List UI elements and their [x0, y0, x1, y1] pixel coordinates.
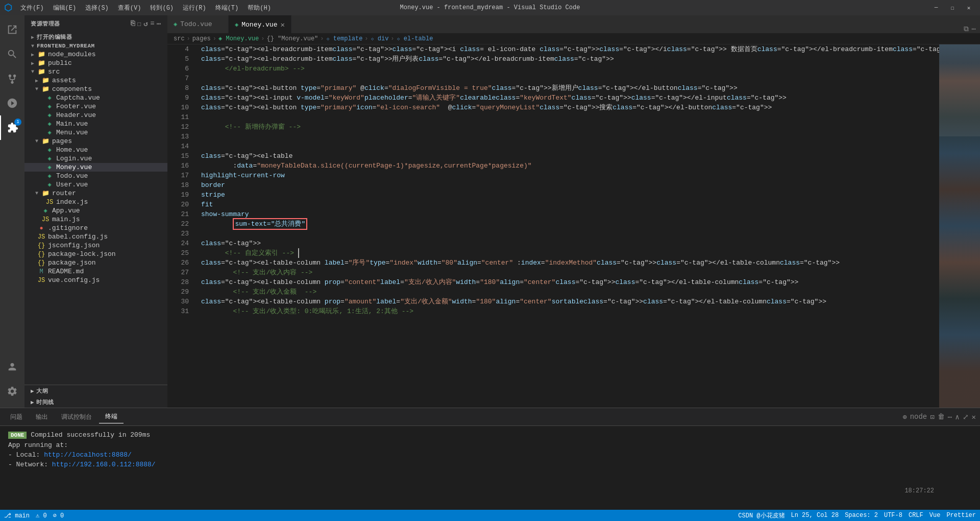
menu-item[interactable]: 选择(S) — [81, 3, 113, 13]
terminal-controls[interactable]: ⊕ node ⊡ 🗑 ⋯ ∧ ⤢ ✕ — [902, 413, 976, 421]
settings-icon[interactable] — [0, 379, 24, 404]
outline-header[interactable]: ▶ 大纲 — [24, 385, 167, 396]
timeline-header[interactable]: ▶ 时间线 — [24, 396, 167, 408]
sidebar-item-main.js[interactable]: JS main.js — [24, 215, 167, 224]
terminal-link[interactable]: http://localhost:8888/ — [44, 451, 132, 459]
menu-item[interactable]: 编辑(E) — [49, 3, 81, 13]
bc-src[interactable]: src — [174, 35, 185, 42]
sidebar-item-Todo.vue[interactable]: ◈ Todo.vue — [24, 172, 167, 180]
minimize-button[interactable]: ─ — [929, 3, 943, 13]
sidebar-item-assets[interactable]: ▶ 📁 assets — [24, 76, 167, 85]
tab-money-close[interactable]: ✕ — [280, 20, 284, 29]
file-label-Home.vue: Home.vue — [56, 146, 88, 154]
sidebar-item-pages[interactable]: ▼ 📁 pages — [24, 137, 167, 146]
file-spacer — [37, 130, 45, 135]
bc-div[interactable]: ⬦ div — [371, 35, 389, 42]
sidebar-item-router[interactable]: ▼ 📁 router — [24, 189, 167, 198]
menu-item[interactable]: 终端(T) — [211, 3, 243, 13]
sidebar-item-Menu.vue[interactable]: ◈ Menu.vue — [24, 128, 167, 137]
status-branch[interactable]: ⎇ main — [4, 512, 30, 519]
sidebar-item-Login.vue[interactable]: ◈ Login.vue — [24, 154, 167, 163]
status-spaces[interactable]: Spaces: 2 — [845, 512, 878, 519]
bc-pages[interactable]: pages — [192, 35, 211, 42]
sidebar-item-node_modules[interactable]: ▶ 📁 node_modules — [24, 50, 167, 59]
sidebar-item-README.md[interactable]: M README.md — [24, 267, 167, 276]
new-folder-icon[interactable]: ☐ — [137, 19, 141, 28]
sidebar-item-Footer.vue[interactable]: ◈ Footer.vue — [24, 102, 167, 111]
status-position[interactable]: Ln 25, Col 28 — [791, 512, 839, 519]
menu-item[interactable]: 查看(V) — [114, 3, 145, 13]
status-eol[interactable]: CRLF — [909, 512, 923, 519]
sidebar-item-babel.config.js[interactable]: JS babel.config.js — [24, 232, 167, 241]
sidebar-header-icons[interactable]: ⎘ ☐ ↺ ≡ ⋯ — [131, 19, 161, 28]
code-content[interactable]: class="c-tag"><el-breadcrumb-itemclass="… — [193, 44, 939, 408]
refresh-icon[interactable]: ↺ — [143, 19, 148, 28]
menu-item[interactable]: 运行(R) — [179, 3, 210, 13]
close-button[interactable]: ✕ — [962, 3, 976, 13]
terminal-more-icon[interactable]: ⋯ — [948, 413, 952, 421]
menu-item[interactable]: 帮助(H) — [243, 3, 275, 13]
minimap[interactable] — [939, 44, 980, 408]
tab-money[interactable]: ◈ Money.vue ✕ — [229, 15, 291, 33]
terminal-chevron-up[interactable]: ∧ — [955, 413, 959, 421]
open-editors-section[interactable]: ▶ 打开的编辑器 — [24, 32, 167, 42]
terminal-content[interactable]: DONE Compiled successfully in 209ms App … — [0, 426, 980, 510]
titlebar-controls[interactable]: ─ ☐ ✕ — [929, 3, 976, 13]
tab-todo[interactable]: ◈ Todo.vue — [167, 15, 229, 33]
debug-run-icon[interactable] — [0, 91, 24, 115]
maximize-button[interactable]: ☐ — [945, 3, 960, 13]
sidebar-item-Home.vue[interactable]: ◈ Home.vue — [24, 146, 167, 154]
more-icon[interactable]: ⋯ — [972, 25, 976, 33]
bc-template[interactable]: ⬦ template — [326, 35, 363, 42]
sidebar-item-project[interactable]: ▼ FRONTEND_MYDREAM — [24, 42, 167, 50]
tab-terminal[interactable]: 终端 — [99, 410, 124, 423]
sidebar-item-package-lock.json[interactable]: {} package-lock.json — [24, 250, 167, 258]
split-editor-icon[interactable]: ⧉ — [964, 25, 969, 33]
tabs-right[interactable]: ⧉ ⋯ — [964, 25, 980, 33]
sidebar-item-public[interactable]: ▶ 📁 public — [24, 59, 167, 67]
terminal-expand-icon[interactable]: ⤢ — [963, 413, 969, 421]
tab-output[interactable]: 输出 — [30, 411, 54, 423]
menu-item[interactable]: 文件(F) — [16, 3, 48, 13]
bc-obj[interactable]: {} "Money.vue" — [266, 35, 318, 42]
status-errors[interactable]: ⚠ 0 — [36, 512, 47, 519]
sidebar-item-package.json[interactable]: {} package.json — [24, 258, 167, 267]
search-icon[interactable] — [0, 42, 24, 66]
account-icon[interactable] — [0, 354, 24, 379]
explorer-icon[interactable] — [0, 17, 24, 42]
split-terminal-icon[interactable]: ⊡ — [930, 413, 934, 421]
more-actions-icon[interactable]: ⋯ — [157, 19, 161, 28]
terminal-link[interactable]: http://192.168.0.112:8888/ — [52, 461, 156, 468]
sidebar-item-Main.vue[interactable]: ◈ Main.vue — [24, 120, 167, 128]
add-terminal-icon[interactable]: ⊕ — [902, 413, 906, 421]
status-language[interactable]: Vue — [929, 512, 941, 519]
tab-debug-console[interactable]: 调试控制台 — [55, 411, 98, 423]
sidebar-item-vue.config.js[interactable]: JS vue.config.js — [24, 276, 167, 285]
sidebar-item-Captcha.vue[interactable]: ◈ Captcha.vue — [24, 93, 167, 102]
source-control-icon[interactable] — [0, 66, 24, 91]
bc-money-vue[interactable]: ◈ Money.vue — [218, 35, 259, 42]
status-warnings[interactable]: ⊘ 0 — [53, 512, 64, 519]
menu-item[interactable]: 转到(G) — [146, 3, 178, 13]
sidebar-item-App.vue[interactable]: ◈ App.vue — [24, 206, 167, 215]
status-csdn[interactable]: CSDN @小花皮猪 — [738, 511, 785, 520]
tab-problems[interactable]: 问题 — [4, 411, 29, 423]
titlebar-menu[interactable]: 文件(F)编辑(E)选择(S)查看(V)转到(G)运行(R)终端(T)帮助(H) — [16, 3, 275, 13]
sidebar-item-components[interactable]: ▼ 📁 components — [24, 85, 167, 93]
kill-terminal-icon[interactable]: 🗑 — [938, 413, 945, 421]
sidebar-item-User.vue[interactable]: ◈ User.vue — [24, 180, 167, 189]
file-spacer — [37, 173, 45, 179]
collapse-all-icon[interactable]: ≡ — [150, 19, 155, 28]
new-file-icon[interactable]: ⎘ — [131, 19, 135, 28]
sidebar-item-Header.vue[interactable]: ◈ Header.vue — [24, 111, 167, 120]
terminal-close-icon[interactable]: ✕ — [972, 413, 976, 421]
sidebar-item-index.js[interactable]: JS index.js — [24, 198, 167, 206]
sidebar-item-jsconfig.json[interactable]: {} jsconfig.json — [24, 241, 167, 250]
status-encoding[interactable]: UTF-8 — [884, 512, 902, 519]
bc-el-table[interactable]: ⬦ el-table — [397, 35, 433, 42]
sidebar-item-Money.vue[interactable]: ◈ Money.vue — [24, 163, 167, 172]
extensions-icon[interactable]: 1 — [0, 115, 24, 140]
status-formatter[interactable]: Prettier — [946, 512, 976, 519]
sidebar-item-.gitignore[interactable]: ● .gitignore — [24, 224, 167, 232]
sidebar-item-src[interactable]: ▼ 📁 src — [24, 67, 167, 76]
